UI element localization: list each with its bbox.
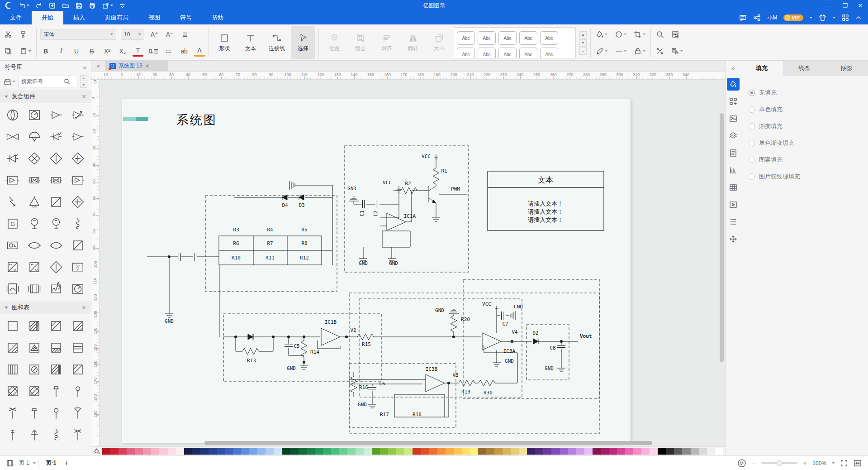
color-swatch[interactable]: [568, 448, 576, 455]
color-swatch[interactable]: [184, 448, 192, 455]
section-charts-tables[interactable]: 图和表 ✕: [0, 301, 91, 314]
zoom-level[interactable]: 100%: [812, 460, 826, 466]
color-swatch[interactable]: [699, 448, 707, 455]
table-panel-icon[interactable]: [727, 181, 740, 194]
export-button[interactable]: [102, 2, 113, 9]
color-swatch[interactable]: [446, 448, 454, 455]
collapse-sidebar-button[interactable]: «: [83, 64, 86, 71]
color-swatch[interactable]: [486, 448, 494, 455]
style-chip[interactable]: Abc: [457, 31, 475, 45]
radio-icon[interactable]: [749, 173, 755, 180]
menu-home[interactable]: 开始: [32, 11, 63, 24]
sqh-symbol[interactable]: [24, 315, 45, 337]
color-swatch[interactable]: [511, 448, 519, 455]
color-swatch[interactable]: [633, 448, 641, 455]
boxbow-symbol[interactable]: [45, 169, 67, 191]
boxtri-symbol[interactable]: [2, 169, 24, 191]
dmx-symbol[interactable]: [24, 148, 45, 169]
flash-symbol[interactable]: [2, 191, 24, 213]
color-swatch[interactable]: [225, 448, 233, 455]
color-swatch[interactable]: [454, 448, 462, 455]
sqh-symbol[interactable]: [45, 359, 67, 380]
color-swatch[interactable]: [666, 448, 674, 455]
chart-panel-icon[interactable]: [727, 164, 740, 177]
color-swatch[interactable]: [159, 448, 167, 455]
color-swatch[interactable]: [102, 448, 110, 455]
close-document-icon[interactable]: ✕: [145, 63, 150, 69]
coil-symbol[interactable]: [67, 213, 89, 235]
roll-symbol[interactable]: [24, 278, 45, 300]
print-button[interactable]: [89, 2, 96, 9]
color-swatch[interactable]: [715, 448, 723, 455]
export-caret[interactable]: [110, 5, 113, 6]
sensor-symbol[interactable]: [2, 235, 24, 256]
color-swatch[interactable]: [551, 448, 560, 455]
theme-shirt-icon[interactable]: [819, 14, 826, 21]
customize-toolbar-button[interactable]: [119, 3, 125, 9]
color-swatch[interactable]: [192, 448, 200, 455]
color-swatch[interactable]: [119, 448, 127, 455]
line-spacing-button[interactable]: ⇅≣: [148, 46, 159, 57]
lock-button[interactable]: [632, 46, 647, 57]
color-swatch[interactable]: [299, 448, 307, 455]
font-color-button[interactable]: A: [194, 46, 205, 57]
diagram-title[interactable]: 系统图: [176, 113, 217, 127]
radio-icon[interactable]: [749, 157, 755, 163]
ampS-symbol[interactable]: [67, 104, 89, 126]
boxdiag-symbol[interactable]: [67, 235, 89, 256]
strikethrough-button[interactable]: S: [86, 46, 97, 57]
translate-button[interactable]: [670, 46, 684, 57]
color-swatch[interactable]: [601, 448, 609, 455]
paste-caret[interactable]: [28, 50, 31, 52]
outline-panel-icon[interactable]: [727, 216, 740, 228]
filt-symbol[interactable]: [2, 278, 24, 300]
fill-panel-icon[interactable]: [727, 78, 740, 91]
boxsine-symbol[interactable]: [24, 256, 45, 278]
spk-symbol[interactable]: [24, 126, 45, 148]
color-swatch[interactable]: [641, 448, 650, 455]
poley-symbol[interactable]: [67, 402, 89, 424]
theme-caret[interactable]: [833, 17, 835, 19]
presentation-play-icon[interactable]: [737, 459, 746, 468]
color-swatch[interactable]: [584, 448, 593, 455]
sqd-symbol[interactable]: [67, 359, 89, 380]
style-chip[interactable]: Abc: [498, 31, 517, 45]
connector-tool-button[interactable]: 连接线: [265, 26, 289, 59]
position-button[interactable]: 位置: [323, 26, 346, 59]
menu-insert[interactable]: 插入: [63, 11, 95, 24]
page-tab[interactable]: 页-1: [42, 459, 61, 467]
style-chip[interactable]: Abc: [519, 48, 537, 58]
color-swatch[interactable]: [674, 448, 682, 455]
dashed-blocks[interactable]: [205, 146, 599, 434]
plug-symbol[interactable]: [45, 235, 67, 256]
color-swatch[interactable]: [168, 448, 176, 455]
color-swatch[interactable]: [388, 448, 396, 455]
subscript-button[interactable]: X₂: [117, 46, 128, 57]
zoom-out-button[interactable]: −: [752, 459, 756, 467]
page-select-label[interactable]: 页-1: [19, 459, 29, 467]
sqv-symbol[interactable]: [2, 359, 24, 380]
color-swatch[interactable]: [404, 448, 413, 455]
menu-file[interactable]: 文件: [0, 11, 32, 24]
section-close-icon[interactable]: ✕: [81, 93, 86, 100]
tab-shadow[interactable]: 阴影: [825, 61, 868, 76]
color-swatch[interactable]: [257, 448, 266, 455]
style-chip[interactable]: Abc: [498, 48, 517, 58]
color-swatch[interactable]: [217, 448, 225, 455]
style-chip[interactable]: Abc: [540, 31, 558, 45]
color-swatch[interactable]: [143, 448, 151, 455]
note-panel-icon[interactable]: [727, 147, 740, 159]
color-swatch[interactable]: [396, 448, 404, 455]
color-swatch[interactable]: [625, 448, 633, 455]
text-tool-button[interactable]: 文本: [239, 26, 262, 59]
coil-symbol[interactable]: [45, 424, 67, 446]
color-swatch[interactable]: [135, 448, 143, 455]
fill-option-渐变填充[interactable]: 渐变填充: [749, 118, 868, 134]
valve-symbol[interactable]: [2, 126, 24, 148]
menu-help[interactable]: 帮助: [202, 11, 233, 24]
sqtri-symbol[interactable]: [24, 337, 45, 359]
color-swatch[interactable]: [331, 448, 339, 455]
polex-symbol[interactable]: [2, 402, 24, 424]
app-logo-icon[interactable]: [5, 1, 13, 10]
color-swatch[interactable]: [519, 448, 527, 455]
